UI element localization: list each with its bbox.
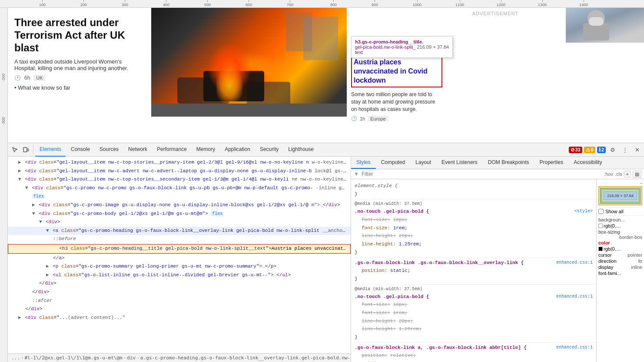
html-line: ▶ <div class="gel-layout__item nw-c-top-… bbox=[8, 158, 351, 167]
tab-lighthouse[interactable]: Lighthouse bbox=[284, 143, 318, 157]
tab-application[interactable]: Application bbox=[220, 143, 255, 157]
expand-arrow[interactable]: ▼ bbox=[18, 177, 21, 182]
breadcrumb-item-2[interactable]: div bbox=[127, 355, 136, 361]
expand-arrow[interactable]: ▶ bbox=[32, 202, 35, 208]
elements-content[interactable]: ▶ <div class="gel-layout__item nw-c-top-… bbox=[8, 157, 351, 353]
ruler-tick-900: 900 bbox=[372, 0, 378, 7]
tab-layout[interactable]: Layout bbox=[410, 157, 436, 169]
clock-icon-right: 🕐 bbox=[351, 116, 357, 121]
border-box: 216.09 × 37.84 bbox=[600, 188, 641, 204]
news-right-title[interactable]: Austria places unvaccinated in Covid loc… bbox=[351, 55, 442, 87]
html-line-selected[interactable]: ▼ <a class="gs-c-promo-heading gs-o-faux… bbox=[8, 227, 351, 235]
styles-content[interactable]: element.style { } @media (min-width: 37.… bbox=[351, 179, 596, 362]
html-line: ▼ <div class="gs-c-promo-body gel-1/2@xs… bbox=[8, 210, 351, 218]
prop-row: cursor pointer bbox=[598, 252, 642, 258]
prop-label: font-fami... bbox=[598, 271, 621, 276]
color-swatch-transparent bbox=[598, 224, 603, 228]
close-devtools-button[interactable]: ✕ bbox=[632, 144, 642, 155]
css-source-4[interactable]: enhanced.css:1 bbox=[556, 344, 593, 351]
filter-right: :hov .cls + ▤ bbox=[604, 171, 641, 178]
expand-arrow[interactable]: ▼ bbox=[32, 211, 35, 216]
css-source-2[interactable]: enhanced.css:1 bbox=[556, 259, 593, 266]
prop-val: rgb(0,… bbox=[604, 223, 621, 228]
tooltip-element-name: h3.gs-c-promo-heading__title. bbox=[355, 39, 423, 44]
tooltip-selector: h3.gs-c-promo-heading__title. gel-pica-b… bbox=[355, 39, 449, 55]
html-line: ▶ <p class="gs-c-promo-summary gel-long-… bbox=[8, 262, 351, 271]
css-prop: position: bbox=[362, 268, 387, 273]
prop-row: rgb(0,… bbox=[598, 246, 642, 252]
expand-arrow[interactable]: ▼ bbox=[25, 185, 28, 191]
filter-cls-label: .cls bbox=[615, 171, 622, 177]
expand-arrow[interactable]: ▶ bbox=[46, 264, 49, 269]
css-prop: font-size: bbox=[362, 225, 390, 231]
html-line-highlighted[interactable]: <h3 class="gs-c-promo-heading__title gel… bbox=[8, 244, 351, 254]
news-summary: A taxi exploded outside Liverpool Women'… bbox=[14, 58, 145, 71]
prop-val: border-box bbox=[619, 235, 642, 240]
prop-row: box-sizing border-box bbox=[598, 229, 642, 235]
ruler-tick-1000: 1000 bbox=[413, 0, 422, 7]
expand-arrow[interactable]: ▶ bbox=[46, 272, 49, 278]
breadcrumb-item-1[interactable]: #l-1\/2@xs.gel-1\/1\1@m.gs-u-mt\@m bbox=[25, 355, 123, 361]
tab-dom-breakpoints[interactable]: DOM Breakpoints bbox=[483, 157, 534, 169]
news-image-inner bbox=[566, 8, 644, 43]
news-right-summary: Some two million people are told to stay… bbox=[351, 91, 442, 113]
tab-computed[interactable]: Computed bbox=[376, 157, 410, 169]
ruler-tick-1200: 1200 bbox=[497, 0, 505, 7]
prop-label: backgroun... bbox=[598, 217, 625, 222]
expand-arrow[interactable]: ▶ bbox=[18, 315, 21, 320]
prop-row: color bbox=[598, 240, 642, 246]
tab-network[interactable]: Network bbox=[124, 143, 152, 157]
styles-filter-input[interactable] bbox=[361, 170, 602, 178]
expand-arrow[interactable]: ▼ bbox=[39, 219, 42, 225]
filter-format-btn[interactable]: ▤ bbox=[633, 171, 641, 178]
tab-console[interactable]: Console bbox=[66, 143, 94, 157]
breadcrumb-item-3[interactable]: a.gs-c-promo-heading.gs-o-faux-block-lin… bbox=[140, 355, 351, 361]
main-area: Three arrested under Terrorism Act after… bbox=[8, 8, 644, 362]
css-source-1[interactable]: <style> bbox=[574, 208, 593, 215]
info-badge: ℹ 2 bbox=[597, 147, 606, 153]
filter-hov-label: :hov bbox=[604, 171, 613, 177]
right-sidebar: – – 216.09 × 37.84 bbox=[596, 179, 644, 362]
prop-label: box-sizing bbox=[598, 229, 620, 235]
tab-security[interactable]: Security bbox=[256, 143, 283, 157]
css-val: 16px; bbox=[393, 302, 408, 307]
prop-label: color bbox=[598, 240, 610, 245]
css-prop: font-size: bbox=[362, 217, 390, 222]
expand-arrow[interactable]: ▶ bbox=[18, 160, 21, 165]
svg-rect-0 bbox=[23, 147, 27, 152]
ruler-tick-1300: 1300 bbox=[538, 0, 547, 7]
html-line: ▶ <ul class="gs-o-list-inline gs-o-list-… bbox=[8, 271, 351, 280]
prop-row: direction ltr bbox=[598, 258, 642, 264]
css-rule-1: @media (min-width: 37.5em) .no-touch .ge… bbox=[351, 199, 596, 258]
settings-button[interactable]: ⚙ bbox=[607, 144, 618, 155]
margin-box: – 216.09 × 37.84 bbox=[598, 186, 642, 205]
tab-properties[interactable]: Properties bbox=[534, 157, 569, 169]
expand-arrow[interactable]: ▶ bbox=[18, 168, 21, 174]
tab-elements[interactable]: Elements bbox=[35, 143, 66, 157]
tab-styles[interactable]: Styles bbox=[351, 157, 376, 169]
breadcrumb-dots: ... bbox=[11, 355, 20, 361]
bullet-item: • What we know so far bbox=[14, 84, 145, 91]
tab-performance[interactable]: Performance bbox=[153, 143, 191, 157]
html-line: ::after bbox=[8, 297, 351, 305]
tooltip-class1: gel-pica-bold.nw-o-link-split_ bbox=[355, 44, 415, 50]
box-model-label: – bbox=[598, 181, 642, 185]
css-prop: line-height: bbox=[362, 318, 396, 324]
css-source-3[interactable]: enhanced.css:1 bbox=[556, 293, 593, 300]
css-selector-3: .no-touch .gel-pica-bold { bbox=[355, 294, 429, 299]
news-tag: UK bbox=[33, 75, 45, 81]
tab-accessibility[interactable]: Accessibility bbox=[568, 157, 607, 169]
filter-plus-btn[interactable]: + bbox=[624, 171, 631, 178]
ruler-tick-1400: 1400 bbox=[579, 0, 588, 7]
device-toggle-button[interactable] bbox=[21, 144, 31, 155]
more-options-button[interactable]: ⋮ bbox=[620, 144, 630, 155]
ruler-top: 100 200 300 400 500 600 700 800 900 1000… bbox=[0, 0, 644, 8]
tab-memory[interactable]: Memory bbox=[192, 143, 219, 157]
prop-label: cursor bbox=[598, 252, 612, 258]
tab-sources[interactable]: Sources bbox=[95, 143, 123, 157]
select-element-button[interactable] bbox=[10, 144, 20, 155]
show-all-checkbox[interactable] bbox=[598, 209, 604, 214]
expand-arrow[interactable]: ▼ bbox=[46, 228, 49, 233]
html-line: ▼ <div class="gs-c-promo nw-c-promo gs-o… bbox=[8, 184, 351, 193]
tab-event-listeners[interactable]: Event Listeners bbox=[436, 157, 483, 169]
